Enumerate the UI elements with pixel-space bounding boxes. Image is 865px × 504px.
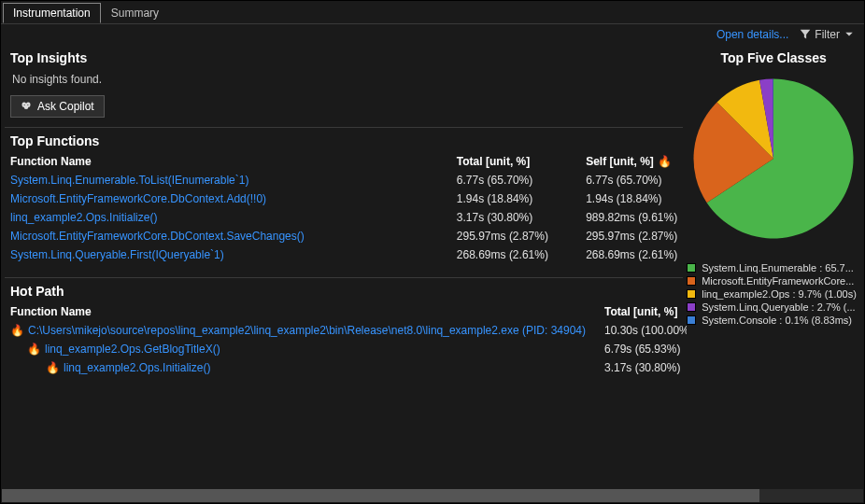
self-cell: 6.77s (65.70%) (576, 171, 687, 189)
table-row[interactable]: System.Linq.Enumerable.ToList(IEnumerabl… (1, 171, 687, 189)
total-cell: 1.94s (18.84%) (447, 189, 576, 208)
legend-item[interactable]: linq_example2.Ops : 9.7% (1.00s) (687, 287, 860, 301)
col-function-name[interactable]: Function Name (1, 152, 447, 171)
legend-swatch (687, 276, 696, 286)
legend-label: System.Console : 0.1% (8.83ms) (702, 315, 852, 326)
top-insights-title: Top Insights (1, 45, 687, 69)
tab-instrumentation[interactable]: Instrumentation (3, 3, 101, 23)
hot-col-name[interactable]: Function Name (1, 302, 595, 321)
table-row[interactable]: Microsoft.EntityFrameworkCore.DbContext.… (1, 189, 687, 208)
flame-icon: 🔥 (10, 324, 24, 337)
function-link[interactable]: linq_example2.Ops.Initialize() (10, 211, 157, 224)
table-row[interactable]: System.Linq.Queryable.First(IQueryable`1… (1, 245, 687, 264)
col-total[interactable]: Total [unit, %] (447, 152, 576, 171)
self-cell: 989.82ms (9.61%) (576, 208, 687, 227)
legend-item[interactable]: System.Linq.Queryable : 2.7% (... (687, 301, 860, 314)
function-link[interactable]: Microsoft.EntityFrameworkCore.DbContext.… (10, 230, 305, 243)
legend-item[interactable]: System.Console : 0.1% (8.83ms) (687, 314, 860, 327)
horizontal-scrollbar[interactable] (2, 489, 863, 502)
ask-copilot-button[interactable]: Ask Copilot (10, 95, 105, 118)
open-details-link[interactable]: Open details... (716, 28, 788, 41)
chart-legend: System.Linq.Enumerable : 65.7...Microsof… (687, 261, 860, 327)
hot-col-total[interactable]: Total [unit, %] (595, 302, 687, 321)
table-row[interactable]: 🔥linq_example2.Ops.GetBlogTitleX()6.79s … (1, 340, 687, 358)
top-functions-title: Top Functions (1, 128, 687, 152)
pie-chart (689, 75, 858, 243)
hot-path-table: Function Name Total [unit, %] 🔥C:\Users\… (1, 302, 687, 377)
legend-label: linq_example2.Ops : 9.7% (1.00s) (702, 288, 857, 300)
legend-label: Microsoft.EntityFrameworkCore... (702, 275, 854, 287)
top-functions-table: Function Name Total [unit, %] Self [unit… (1, 152, 687, 264)
toolbar: Open details... Filter (1, 24, 864, 45)
function-link[interactable]: Microsoft.EntityFrameworkCore.DbContext.… (10, 192, 266, 205)
function-link[interactable]: linq_example2.Ops.GetBlogTitleX() (45, 343, 220, 356)
self-cell: 295.97ms (2.87%) (576, 227, 687, 245)
flame-icon: 🔥 (27, 343, 41, 356)
tab-summary[interactable]: Summary (101, 3, 169, 23)
copilot-label: Ask Copilot (37, 100, 94, 113)
flame-icon: 🔥 (46, 361, 60, 374)
total-cell: 3.17s (30.80%) (595, 358, 687, 377)
legend-swatch (687, 302, 696, 312)
self-cell: 268.69ms (2.61%) (576, 245, 687, 264)
legend-label: System.Linq.Enumerable : 65.7... (702, 262, 854, 273)
total-cell: 295.97ms (2.87%) (447, 227, 576, 245)
legend-swatch (687, 315, 696, 325)
self-cell: 1.94s (18.84%) (576, 189, 687, 208)
table-row[interactable]: 🔥C:\Users\mikejo\source\repos\linq_examp… (1, 321, 687, 340)
table-row[interactable]: linq_example2.Ops.Initialize()3.17s (30.… (1, 208, 687, 227)
total-cell: 3.17s (30.80%) (447, 208, 576, 227)
legend-item[interactable]: System.Linq.Enumerable : 65.7... (687, 261, 860, 274)
flame-icon: 🔥 (658, 155, 672, 168)
total-cell: 10.30s (100.00%) (595, 321, 687, 340)
legend-swatch (687, 289, 696, 299)
function-link[interactable]: linq_example2.Ops.Initialize() (64, 361, 210, 374)
legend-label: System.Linq.Queryable : 2.7% (... (702, 301, 855, 313)
col-self[interactable]: Self [unit, %]🔥 (576, 152, 687, 171)
funnel-icon (800, 29, 811, 40)
copilot-icon (21, 101, 32, 112)
filter-label: Filter (815, 28, 840, 41)
no-insights-text: No insights found. (1, 69, 687, 95)
total-cell: 6.79s (65.93%) (595, 340, 687, 358)
filter-button[interactable]: Filter (800, 28, 855, 41)
tab-bar: Instrumentation Summary (1, 1, 864, 24)
function-link[interactable]: C:\Users\mikejo\source\repos\linq_exampl… (28, 324, 586, 337)
table-row[interactable]: Microsoft.EntityFrameworkCore.DbContext.… (1, 227, 687, 245)
function-link[interactable]: System.Linq.Queryable.First(IQueryable`1… (10, 248, 224, 261)
top-five-classes-title: Top Five Classes (687, 45, 860, 75)
total-cell: 6.77s (65.70%) (447, 171, 576, 189)
table-row[interactable]: 🔥linq_example2.Ops.Initialize()3.17s (30… (1, 358, 687, 377)
chevron-down-icon (844, 29, 855, 40)
total-cell: 268.69ms (2.61%) (447, 245, 576, 264)
function-link[interactable]: System.Linq.Enumerable.ToList(IEnumerabl… (10, 174, 248, 187)
legend-swatch (687, 263, 696, 273)
legend-item[interactable]: Microsoft.EntityFrameworkCore... (687, 274, 860, 287)
hot-path-title: Hot Path (1, 278, 687, 302)
